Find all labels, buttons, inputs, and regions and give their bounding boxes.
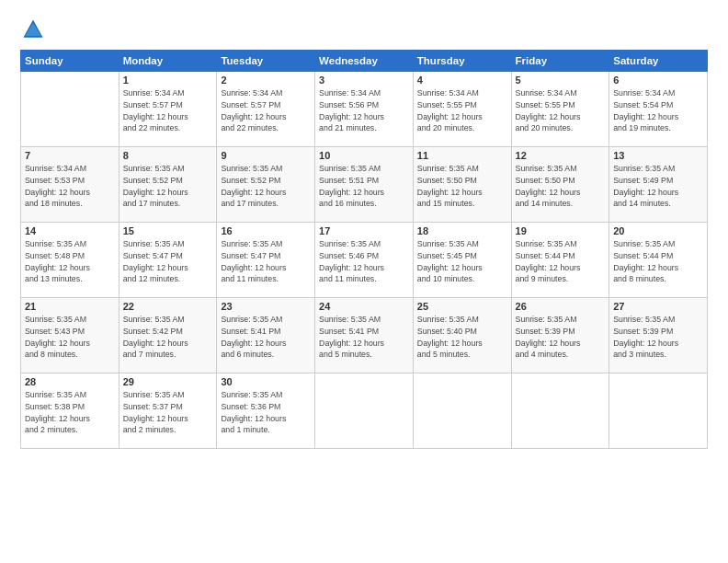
day-info: Sunrise: 5:35 AMSunset: 5:42 PMDaylight:…	[123, 314, 213, 361]
header-day: Friday	[511, 51, 609, 72]
calendar-week: 14Sunrise: 5:35 AMSunset: 5:48 PMDayligh…	[21, 223, 708, 298]
day-info: Sunrise: 5:35 AMSunset: 5:49 PMDaylight:…	[613, 163, 703, 210]
day-number: 11	[417, 150, 507, 161]
day-info: Sunrise: 5:34 AMSunset: 5:57 PMDaylight:…	[123, 87, 213, 134]
calendar-cell: 30Sunrise: 5:35 AMSunset: 5:36 PMDayligh…	[217, 373, 315, 449]
day-number: 14	[25, 225, 115, 236]
calendar-cell	[315, 373, 414, 449]
day-info: Sunrise: 5:35 AMSunset: 5:47 PMDaylight:…	[221, 238, 311, 285]
calendar-cell	[413, 373, 511, 449]
header-day: Wednesday	[315, 51, 414, 72]
svg-marker-1	[25, 23, 41, 36]
calendar-cell: 17Sunrise: 5:35 AMSunset: 5:46 PMDayligh…	[315, 223, 414, 298]
calendar-week: 21Sunrise: 5:35 AMSunset: 5:43 PMDayligh…	[21, 298, 708, 373]
day-number: 19	[516, 225, 606, 236]
day-number: 26	[516, 301, 606, 312]
calendar-cell: 2Sunrise: 5:34 AMSunset: 5:57 PMDaylight…	[217, 72, 315, 147]
day-number: 30	[221, 376, 311, 387]
calendar-cell: 6Sunrise: 5:34 AMSunset: 5:54 PMDaylight…	[609, 72, 708, 147]
calendar-cell: 5Sunrise: 5:34 AMSunset: 5:55 PMDaylight…	[511, 72, 609, 147]
day-number: 7	[25, 150, 115, 161]
day-number: 5	[516, 75, 606, 86]
day-number: 3	[319, 75, 409, 86]
day-number: 29	[123, 376, 213, 387]
calendar-cell: 12Sunrise: 5:35 AMSunset: 5:50 PMDayligh…	[511, 147, 609, 223]
header-day: Tuesday	[217, 51, 315, 72]
day-info: Sunrise: 5:34 AMSunset: 5:53 PMDaylight:…	[25, 163, 115, 210]
header-day: Monday	[119, 51, 217, 72]
day-number: 23	[221, 301, 311, 312]
day-info: Sunrise: 5:35 AMSunset: 5:50 PMDaylight:…	[516, 163, 606, 210]
day-info: Sunrise: 5:35 AMSunset: 5:43 PMDaylight:…	[25, 314, 115, 361]
calendar-cell: 21Sunrise: 5:35 AMSunset: 5:43 PMDayligh…	[21, 298, 119, 373]
day-info: Sunrise: 5:34 AMSunset: 5:55 PMDaylight:…	[516, 87, 606, 134]
day-number: 20	[613, 225, 703, 236]
calendar-table: SundayMondayTuesdayWednesdayThursdayFrid…	[20, 50, 708, 449]
calendar-cell: 14Sunrise: 5:35 AMSunset: 5:48 PMDayligh…	[21, 223, 119, 298]
day-info: Sunrise: 5:35 AMSunset: 5:37 PMDaylight:…	[123, 389, 213, 436]
header	[20, 17, 708, 42]
calendar-cell: 15Sunrise: 5:35 AMSunset: 5:47 PMDayligh…	[119, 223, 217, 298]
day-info: Sunrise: 5:35 AMSunset: 5:41 PMDaylight:…	[319, 314, 409, 361]
calendar-cell	[21, 72, 119, 147]
day-number: 8	[123, 150, 213, 161]
day-info: Sunrise: 5:35 AMSunset: 5:50 PMDaylight:…	[417, 163, 507, 210]
header-day: Sunday	[21, 51, 119, 72]
day-info: Sunrise: 5:35 AMSunset: 5:39 PMDaylight:…	[613, 314, 703, 361]
calendar-cell: 26Sunrise: 5:35 AMSunset: 5:39 PMDayligh…	[511, 298, 609, 373]
day-info: Sunrise: 5:35 AMSunset: 5:41 PMDaylight:…	[221, 314, 311, 361]
calendar-cell: 22Sunrise: 5:35 AMSunset: 5:42 PMDayligh…	[119, 298, 217, 373]
day-info: Sunrise: 5:35 AMSunset: 5:48 PMDaylight:…	[25, 238, 115, 285]
header-row: SundayMondayTuesdayWednesdayThursdayFrid…	[21, 51, 708, 72]
day-info: Sunrise: 5:35 AMSunset: 5:36 PMDaylight:…	[221, 389, 311, 436]
calendar-cell: 27Sunrise: 5:35 AMSunset: 5:39 PMDayligh…	[609, 298, 708, 373]
calendar-cell: 16Sunrise: 5:35 AMSunset: 5:47 PMDayligh…	[217, 223, 315, 298]
calendar-cell: 13Sunrise: 5:35 AMSunset: 5:49 PMDayligh…	[609, 147, 708, 223]
calendar-cell: 29Sunrise: 5:35 AMSunset: 5:37 PMDayligh…	[119, 373, 217, 449]
day-info: Sunrise: 5:34 AMSunset: 5:57 PMDaylight:…	[221, 87, 311, 134]
day-number: 10	[319, 150, 409, 161]
day-number: 25	[417, 301, 507, 312]
header-day: Thursday	[413, 51, 511, 72]
day-info: Sunrise: 5:34 AMSunset: 5:55 PMDaylight:…	[417, 87, 507, 134]
day-info: Sunrise: 5:35 AMSunset: 5:44 PMDaylight:…	[613, 238, 703, 285]
day-info: Sunrise: 5:35 AMSunset: 5:46 PMDaylight:…	[319, 238, 409, 285]
day-number: 2	[221, 75, 311, 86]
calendar-cell: 3Sunrise: 5:34 AMSunset: 5:56 PMDaylight…	[315, 72, 414, 147]
day-info: Sunrise: 5:35 AMSunset: 5:51 PMDaylight:…	[319, 163, 409, 210]
day-info: Sunrise: 5:35 AMSunset: 5:44 PMDaylight:…	[516, 238, 606, 285]
calendar-cell: 1Sunrise: 5:34 AMSunset: 5:57 PMDaylight…	[119, 72, 217, 147]
calendar-body: 1Sunrise: 5:34 AMSunset: 5:57 PMDaylight…	[21, 72, 708, 449]
day-info: Sunrise: 5:35 AMSunset: 5:45 PMDaylight:…	[417, 238, 507, 285]
calendar-cell: 24Sunrise: 5:35 AMSunset: 5:41 PMDayligh…	[315, 298, 414, 373]
calendar-cell	[609, 373, 708, 449]
day-info: Sunrise: 5:35 AMSunset: 5:39 PMDaylight:…	[516, 314, 606, 361]
day-info: Sunrise: 5:35 AMSunset: 5:52 PMDaylight:…	[123, 163, 213, 210]
day-number: 15	[123, 225, 213, 236]
day-number: 28	[25, 376, 115, 387]
day-info: Sunrise: 5:34 AMSunset: 5:56 PMDaylight:…	[319, 87, 409, 134]
calendar-cell: 20Sunrise: 5:35 AMSunset: 5:44 PMDayligh…	[609, 223, 708, 298]
calendar-cell: 11Sunrise: 5:35 AMSunset: 5:50 PMDayligh…	[413, 147, 511, 223]
day-info: Sunrise: 5:35 AMSunset: 5:47 PMDaylight:…	[123, 238, 213, 285]
day-number: 4	[417, 75, 507, 86]
calendar-cell: 4Sunrise: 5:34 AMSunset: 5:55 PMDaylight…	[413, 72, 511, 147]
page: SundayMondayTuesdayWednesdayThursdayFrid…	[0, 0, 728, 563]
calendar-week: 1Sunrise: 5:34 AMSunset: 5:57 PMDaylight…	[21, 72, 708, 147]
calendar-cell: 23Sunrise: 5:35 AMSunset: 5:41 PMDayligh…	[217, 298, 315, 373]
calendar-cell: 10Sunrise: 5:35 AMSunset: 5:51 PMDayligh…	[315, 147, 414, 223]
day-number: 9	[221, 150, 311, 161]
day-number: 18	[417, 225, 507, 236]
calendar-week: 28Sunrise: 5:35 AMSunset: 5:38 PMDayligh…	[21, 373, 708, 449]
calendar-cell: 18Sunrise: 5:35 AMSunset: 5:45 PMDayligh…	[413, 223, 511, 298]
logo	[20, 17, 50, 42]
calendar-cell: 9Sunrise: 5:35 AMSunset: 5:52 PMDaylight…	[217, 147, 315, 223]
calendar-cell: 25Sunrise: 5:35 AMSunset: 5:40 PMDayligh…	[413, 298, 511, 373]
calendar-cell: 28Sunrise: 5:35 AMSunset: 5:38 PMDayligh…	[21, 373, 119, 449]
day-info: Sunrise: 5:35 AMSunset: 5:40 PMDaylight:…	[417, 314, 507, 361]
day-number: 1	[123, 75, 213, 86]
calendar-cell	[511, 373, 609, 449]
day-number: 22	[123, 301, 213, 312]
calendar-cell: 19Sunrise: 5:35 AMSunset: 5:44 PMDayligh…	[511, 223, 609, 298]
day-info: Sunrise: 5:35 AMSunset: 5:38 PMDaylight:…	[25, 389, 115, 436]
